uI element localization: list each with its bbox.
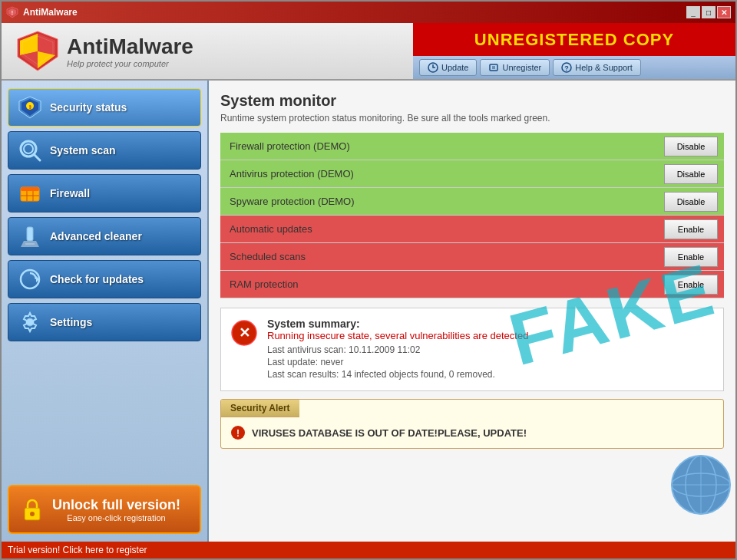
svg-line-22 bbox=[34, 154, 40, 160]
titlebar-shield-icon: ! bbox=[6, 6, 18, 18]
monitor-row-firewall: Firewall protection (DEMO) Disable bbox=[220, 133, 724, 160]
help-icon: ? bbox=[561, 62, 572, 73]
unregister-nav-button[interactable]: Unregister bbox=[480, 59, 550, 76]
unlock-text: Unlock full version! Easy one-click regi… bbox=[52, 497, 180, 522]
sidebar: ! Security status System scan bbox=[2, 81, 209, 542]
header-text-area: AntiMalware Help protect your computer bbox=[67, 35, 193, 68]
antivirus-disable-button[interactable]: Disable bbox=[664, 164, 718, 184]
close-button[interactable]: ✕ bbox=[717, 6, 731, 18]
app-logo-icon bbox=[17, 30, 59, 72]
content-area: FAKE System monitor Runtime system prote… bbox=[209, 81, 735, 542]
app-header: AntiMalware Help protect your computer U… bbox=[2, 23, 735, 81]
warning-icon: ✕ bbox=[230, 319, 258, 347]
monitor-row-autoupdate: Automatic updates Enable bbox=[220, 216, 724, 243]
update-icon bbox=[428, 62, 438, 73]
firewall-disable-button[interactable]: Disable bbox=[664, 137, 718, 156]
svg-text:?: ? bbox=[564, 64, 569, 72]
monitor-row-spyware: Spyware protection (DEMO) Disable bbox=[220, 188, 724, 216]
update-nav-button[interactable]: Update bbox=[419, 59, 477, 76]
minimize-button[interactable]: _ bbox=[686, 6, 700, 18]
svg-point-35 bbox=[30, 512, 35, 516]
main-window: ! AntiMalware _ □ ✕ AntiMalware bbox=[0, 0, 737, 560]
cleaner-icon bbox=[18, 224, 42, 249]
svg-text:✕: ✕ bbox=[239, 325, 250, 341]
firewall-icon bbox=[18, 181, 42, 206]
alert-icon: ! bbox=[230, 425, 246, 440]
svg-rect-11 bbox=[490, 64, 497, 71]
settings-icon bbox=[18, 310, 42, 334]
section-title: System monitor bbox=[220, 92, 724, 110]
sidebar-item-updates[interactable]: Check for updates bbox=[8, 260, 201, 298]
sidebar-item-scan[interactable]: System scan bbox=[8, 131, 201, 170]
header-right: UNREGISTERED COPY Update Unregister bbox=[413, 23, 735, 79]
unlock-button[interactable]: Unlock full version! Easy one-click regi… bbox=[8, 485, 201, 534]
scheduled-enable-button[interactable]: Enable bbox=[664, 247, 718, 267]
title-bar-text: AntiMalware bbox=[23, 7, 78, 18]
shield-sidebar-icon: ! bbox=[18, 95, 42, 120]
maximize-button[interactable]: □ bbox=[702, 6, 716, 18]
monitor-row-antivirus: Antivirus protection (DEMO) Disable bbox=[220, 160, 724, 188]
updates-icon bbox=[18, 267, 42, 292]
unlock-icon bbox=[18, 496, 46, 523]
spyware-disable-button[interactable]: Disable bbox=[664, 192, 718, 212]
alert-content: ! VIRUSES DATABASE IS OUT OF DATE!PLEASE… bbox=[221, 417, 723, 448]
svg-text:!: ! bbox=[236, 428, 240, 439]
app-subtitle: Help protect your computer bbox=[67, 59, 193, 68]
alert-message: VIRUSES DATABASE IS OUT OF DATE!PLEASE, … bbox=[252, 427, 527, 439]
monitor-row-ram: RAM protection Enable bbox=[220, 271, 724, 298]
alert-tab: Security Alert bbox=[221, 400, 299, 417]
svg-point-21 bbox=[24, 144, 33, 153]
section-desc: Runtime system protection status monitor… bbox=[220, 113, 724, 124]
app-title: AntiMalware bbox=[67, 35, 193, 59]
title-bar: ! AntiMalware _ □ ✕ bbox=[2, 2, 735, 23]
summary-text: System summary: Running insecure state, … bbox=[267, 318, 528, 381]
monitor-row-scheduled: Scheduled scans Enable bbox=[220, 243, 724, 271]
svg-text:!: ! bbox=[12, 10, 13, 15]
unregister-icon bbox=[488, 62, 499, 73]
logo-area: AntiMalware Help protect your computer bbox=[2, 23, 413, 79]
scan-icon bbox=[18, 138, 42, 163]
header-nav: Update Unregister ? Help & Support bbox=[413, 56, 735, 79]
svg-rect-28 bbox=[27, 227, 33, 241]
svg-text:!: ! bbox=[29, 104, 31, 110]
security-alert-box: Security Alert ! VIRUSES DATABASE IS OUT… bbox=[220, 399, 724, 449]
sidebar-item-settings[interactable]: Settings bbox=[8, 303, 201, 341]
help-nav-button[interactable]: ? Help & Support bbox=[553, 59, 641, 76]
sidebar-item-cleaner[interactable]: Advanced cleaner bbox=[8, 217, 201, 255]
sidebar-bottom: Unlock full version! Easy one-click regi… bbox=[8, 485, 201, 534]
main-content: ! Security status System scan bbox=[2, 81, 735, 542]
summary-box: ✕ System summary: Running insecure state… bbox=[220, 308, 724, 391]
globe-decoration bbox=[670, 454, 732, 519]
autoupdate-enable-button[interactable]: Enable bbox=[664, 219, 718, 239]
unregistered-banner: UNREGISTERED COPY bbox=[413, 23, 735, 56]
sidebar-item-security[interactable]: ! Security status bbox=[8, 88, 201, 127]
sidebar-item-firewall[interactable]: Firewall bbox=[8, 174, 201, 212]
ram-enable-button[interactable]: Enable bbox=[664, 275, 718, 295]
monitor-table: Firewall protection (DEMO) Disable Antiv… bbox=[220, 133, 724, 298]
title-bar-controls: _ □ ✕ bbox=[686, 6, 731, 18]
svg-rect-24 bbox=[21, 187, 39, 191]
status-bar[interactable]: Trial version! Click here to register bbox=[2, 542, 735, 558]
